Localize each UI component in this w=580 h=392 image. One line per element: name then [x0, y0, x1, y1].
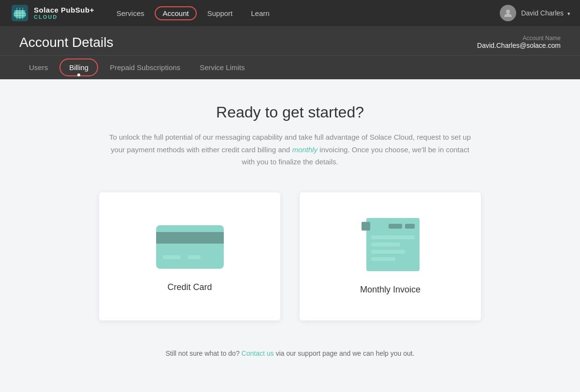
- tab-prepaid-subscriptions[interactable]: Prepaid Subscriptions: [100, 58, 190, 77]
- hero-title: Ready to get started?: [216, 103, 364, 121]
- credit-card-option[interactable]: Credit Card: [99, 192, 280, 320]
- nav-learn[interactable]: Learn: [243, 6, 277, 20]
- solace-logo-icon: [10, 3, 30, 23]
- avatar: [500, 5, 516, 21]
- account-name-label: Account Name: [477, 35, 561, 42]
- avatar-icon: [503, 8, 513, 18]
- svg-point-11: [506, 10, 510, 14]
- user-area: David Charles ▾: [500, 5, 570, 21]
- tab-billing[interactable]: Billing: [59, 58, 98, 76]
- credit-card-illustration: [156, 220, 224, 269]
- tab-users[interactable]: Users: [19, 58, 58, 77]
- credit-card-label: Credit Card: [167, 282, 212, 292]
- nav-items: Services Account Support Learn: [109, 6, 500, 20]
- user-name[interactable]: David Charles ▾: [521, 9, 570, 17]
- payment-cards-row: Credit Card: [99, 192, 481, 320]
- nav-services[interactable]: Services: [109, 6, 152, 20]
- nav-support[interactable]: Support: [200, 6, 241, 20]
- account-title: Account Details: [19, 35, 114, 55]
- main-content: Ready to get started? To unlock the full…: [0, 79, 580, 377]
- invoice-illustration: [362, 218, 420, 271]
- tabs-bar: Users Billing Prepaid Subscriptions Serv…: [0, 55, 580, 79]
- logo[interactable]: Solace PubSub+ CLOUD: [10, 3, 94, 23]
- hero-description: To unlock the full potential of our mess…: [106, 131, 474, 168]
- account-email: David.Charles@solace.com: [477, 42, 561, 49]
- logo-pubsub-text: Solace PubSub+: [34, 6, 94, 15]
- contact-us-link[interactable]: Contact us: [242, 349, 274, 357]
- nav-account[interactable]: Account: [155, 6, 196, 20]
- tab-service-limits[interactable]: Service Limits: [190, 58, 254, 77]
- navbar: Solace PubSub+ CLOUD Services Account Su…: [0, 0, 580, 26]
- logo-cloud-text: CLOUD: [34, 14, 94, 20]
- monthly-invoice-label: Monthly Invoice: [360, 285, 420, 295]
- monthly-invoice-option[interactable]: Monthly Invoice: [300, 192, 481, 320]
- footer-help-text: Still not sure what to do? Contact us vi…: [165, 349, 414, 357]
- account-header: Account Details Account Name David.Charl…: [0, 26, 580, 55]
- account-info: Account Name David.Charles@solace.com: [477, 35, 561, 54]
